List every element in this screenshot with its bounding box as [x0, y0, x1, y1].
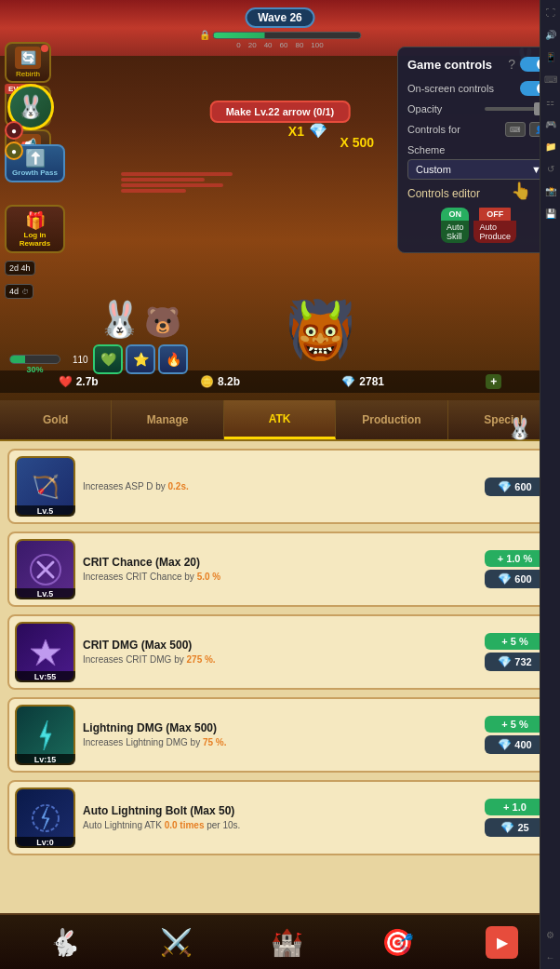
tab-production-label: Production: [362, 413, 420, 426]
cost-pct-1[interactable]: + 1.0 %: [485, 550, 545, 567]
tab-atk[interactable]: ATK: [224, 400, 336, 439]
x1-badge: X1: [288, 124, 304, 139]
timer-1: 2d 4h: [5, 261, 35, 276]
coin-stat: 🪙 8.2b: [200, 375, 240, 388]
growth-pass-label: Growth Pass: [10, 168, 60, 177]
player-character: 🐰: [98, 299, 141, 340]
heart-icon: ❤️: [59, 375, 73, 388]
scheme-label: Scheme: [407, 144, 550, 155]
gem-icon-2: 💎: [498, 655, 512, 668]
bs-camera-icon[interactable]: 📸: [542, 182, 559, 199]
tab-manage[interactable]: Manage: [112, 400, 223, 439]
bs-folder-icon[interactable]: 📁: [542, 138, 559, 155]
play-icon: ▶: [497, 934, 508, 951]
bluestacks-sidebar: ⛶ 🔊 📱 ⌨ ⚏ 🎮 📁 ↺ 📸 💾 ⚙ ←: [540, 0, 560, 969]
crit-dmg-svg: [29, 636, 62, 669]
help-icon[interactable]: ?: [508, 57, 515, 72]
bs-back-icon[interactable]: ←: [542, 949, 559, 965]
gem-amount-1: 600: [514, 573, 531, 585]
skill-slot-3[interactable]: 🔥: [158, 344, 188, 374]
svg-marker-6: [42, 807, 49, 829]
bs-keyboard-icon[interactable]: ⌨: [542, 71, 559, 87]
damage-bar-4: [121, 189, 186, 193]
upgrade-level-1: Lv.5: [15, 588, 75, 599]
upgrade-desc-2: Increases CRIT DMG by 275 %.: [83, 653, 477, 666]
upgrade-cost-4: + 1.0 💎 25: [485, 799, 545, 837]
auto-skill-on-label: ON: [441, 208, 469, 221]
upgrade-title-4: Auto Lightning Bolt (Max 50): [83, 804, 477, 817]
health-value: 2.7b: [76, 375, 99, 388]
upgrades-scroll-area[interactable]: 🏹 Lv.5 Increases ASP D by 0.2s. 💎 600: [0, 441, 560, 913]
auto-buttons-container: ON AutoSkill OFF AutoProduce: [407, 208, 550, 243]
auto-skill-button[interactable]: ON AutoSkill: [441, 208, 470, 243]
hit-effect: X1 💎: [288, 121, 327, 141]
cost-pct-4[interactable]: + 1.0: [485, 799, 545, 815]
tab-production[interactable]: Production: [336, 400, 447, 439]
upgrade-info-2: CRIT DMG (Max 500) Increases CRIT DMG by…: [83, 639, 477, 666]
cost-gem-1[interactable]: 💎 600: [485, 570, 545, 588]
ally-character: 🐻: [144, 304, 181, 340]
skill-slot-1[interactable]: 💚: [93, 344, 123, 374]
upgrade-level-3: Lv:15: [15, 754, 75, 765]
play-button[interactable]: ▶: [486, 926, 518, 959]
scheme-select[interactable]: Custom ▼: [407, 159, 550, 180]
timer-2: 4d ⏱: [5, 284, 33, 299]
exp-fill: [10, 356, 25, 363]
highlight-3: 75 %.: [203, 737, 227, 747]
post-notification-dot: [41, 45, 48, 52]
upgrade-desc-4: Auto Lightning ATK 0.0 times per 10s.: [83, 819, 477, 831]
cost-gem-2[interactable]: 💎 732: [485, 653, 545, 671]
upgrade-level-2: Lv:55: [15, 671, 75, 682]
bs-settings-icon[interactable]: ⚙: [542, 926, 559, 943]
upgrade-title-2: CRIT DMG (Max 500): [83, 639, 477, 652]
controls-for-row: Controls for ⌨ 👤: [407, 122, 550, 137]
tab-atk-label: ATK: [269, 412, 291, 425]
coin-value: 8.2b: [218, 375, 240, 388]
cost-pct-3[interactable]: + 5 %: [485, 716, 545, 733]
bottom-icon-1[interactable]: 🐇: [42, 919, 88, 965]
gem-amount-3: 400: [514, 739, 531, 750]
tab-navigation: Gold Manage ATK Production Special: [0, 400, 560, 441]
auto-lightning-svg: [29, 801, 62, 835]
cost-gem-4[interactable]: 💎 25: [485, 818, 545, 837]
login-rewards-button[interactable]: 🎁 Log in Rewards: [5, 205, 65, 253]
highlight-0: 0.2s.: [168, 481, 189, 491]
upgrade-desc-0: Increases ASP D by 0.2s.: [83, 480, 477, 492]
wave-progress-fill: [214, 33, 265, 38]
bottom-icon-3[interactable]: 🏰: [263, 919, 310, 965]
lock-icon: 🔒: [199, 30, 210, 40]
bottom-icon-4[interactable]: 🎯: [375, 919, 421, 965]
auto-produce-label: AutoProduce: [473, 221, 516, 243]
cost-pct-2[interactable]: + 5 %: [485, 633, 545, 650]
upgrade-level-0: Lv.5: [15, 505, 75, 517]
char-indicator-1: ●: [5, 121, 23, 140]
tab-gold-label: Gold: [43, 413, 68, 426]
bs-refresh-icon[interactable]: ↺: [542, 160, 559, 177]
upgrade-cost-1: + 1.0 % 💎 600: [485, 550, 545, 588]
bs-volume-icon[interactable]: 🔊: [542, 26, 559, 43]
bs-apps-icon[interactable]: ⚏: [542, 93, 559, 110]
cost-gem-3[interactable]: 💎 400: [485, 735, 545, 754]
panel-header: Game controls ?: [407, 57, 550, 72]
highlight-2: 275 %.: [187, 654, 216, 665]
keyboard-icon[interactable]: ⌨: [505, 122, 526, 137]
damage-bar-3: [121, 183, 223, 187]
bottom-icon-2[interactable]: ⚔️: [153, 919, 199, 965]
bs-expand-icon[interactable]: ⛶: [542, 4, 559, 20]
bs-save-icon[interactable]: 💾: [542, 205, 559, 222]
level-percent: 30%: [26, 365, 43, 374]
bs-gamepad-icon[interactable]: 🎮: [542, 115, 559, 132]
skill-slot-2[interactable]: ⭐: [126, 344, 155, 374]
on-screen-controls-row: On-screen controls: [407, 81, 550, 96]
plus-button[interactable]: +: [486, 374, 501, 389]
upgrade-item-2: Lv:55 CRIT DMG (Max 500) Increases CRIT …: [7, 614, 553, 690]
auto-produce-button[interactable]: OFF AutoProduce: [473, 208, 516, 243]
action-notification: Make Lv.22 arrow (0/1): [210, 101, 351, 123]
damage-bar-2: [121, 178, 205, 182]
bs-phone-icon[interactable]: 📱: [542, 48, 559, 65]
svg-marker-4: [40, 720, 51, 750]
tab-gold[interactable]: Gold: [0, 400, 112, 439]
health-stat: ❤️ 2.7b: [59, 375, 99, 388]
cost-gem-0[interactable]: 💎 600: [485, 478, 545, 496]
highlight-1: 5.0 %: [197, 572, 221, 582]
